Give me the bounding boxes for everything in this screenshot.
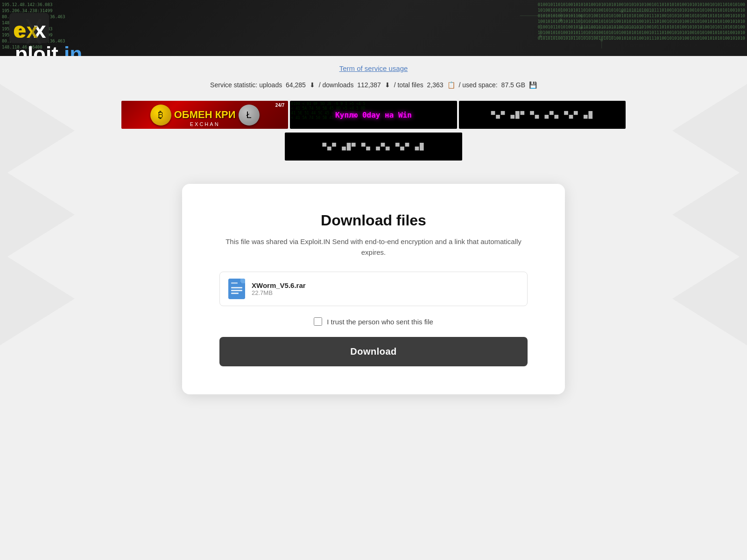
stats-uploads-count: 64,285 [286, 81, 306, 89]
svg-rect-23 [228, 279, 245, 299]
banner-row-1: 24/7 ₿ ОБМЕН КРИ Ł EXCHAN 0100 < 01 0F 5… [121, 101, 626, 129]
banner-crypto-content: ₿ ОБМЕН КРИ Ł [150, 105, 260, 126]
stats-downloads-label: / downloads [319, 81, 354, 89]
file-item: XWorm_V5.6.rar 22.7MB [219, 272, 528, 306]
stats-bar: Service statistic: uploads 64,285 ⬇ / do… [0, 77, 747, 96]
banner-crypto-text: ОБМЕН КРИ [174, 109, 236, 121]
site-logo[interactable]: e x ex╳ploit.in [9, 11, 51, 46]
banner-dark-2-text: ▀▄▀ ▄█▀ ▀▄ ▄▀▄ ▀▄▀ ▄█ [322, 143, 424, 150]
card-title: Download files [219, 212, 528, 229]
banner-24-7: 24/7 [275, 103, 284, 108]
trust-checkbox[interactable] [314, 317, 322, 326]
stats-files-label: / total files [394, 81, 423, 89]
file-name: XWorm_V5.6.rar [252, 281, 519, 289]
svg-marker-20 [672, 84, 747, 177]
logo-text: ex╳ploit.in [15, 19, 82, 56]
litecoin-coin: Ł [239, 105, 260, 126]
stats-space-icon: 💾 [529, 81, 537, 89]
stats-files-icon: 📋 [447, 81, 455, 89]
tos-link[interactable]: Term of service usage [339, 64, 408, 72]
file-size: 22.7MB [252, 289, 519, 296]
banner-row-2: ▀▄▀ ▄█▀ ▀▄ ▄▀▄ ▀▄▀ ▄█ [121, 133, 626, 161]
banner-dark-2[interactable]: ▀▄▀ ▄█▀ ▀▄ ▄▀▄ ▀▄▀ ▄█ [285, 133, 462, 161]
stats-files-count: 2,363 [427, 81, 444, 89]
svg-point-11 [621, 10, 623, 13]
svg-marker-24 [240, 279, 245, 283]
stats-download-icon: ⬇ [385, 81, 390, 89]
tos-bar: Term of service usage [0, 56, 747, 77]
trust-label: I trust the person who sent this file [327, 318, 433, 326]
stats-space-value: 87.5 GB [501, 81, 525, 89]
trust-row: I trust the person who sent this file [219, 317, 528, 326]
svg-rect-28 [231, 282, 238, 284]
stats-uploads-label: Service statistic: uploads [210, 81, 282, 89]
svg-rect-27 [231, 293, 239, 294]
site-header: 195.12.48.142:36.083 195.206.34.238:3149… [0, 0, 747, 56]
banner-dark-1[interactable]: ▀▄▀ ▄█▀ ▀▄ ▄▀▄ ▀▄▀ ▄█ [459, 101, 626, 129]
svg-point-7 [539, 35, 542, 37]
svg-marker-17 [0, 84, 75, 177]
svg-rect-26 [231, 290, 242, 291]
stats-downloads-count: 112,387 [357, 81, 381, 89]
banners-section: 24/7 ₿ ОБМЕН КРИ Ł EXCHAN 0100 < 01 0F 5… [93, 96, 654, 165]
svg-point-3 [580, 14, 582, 17]
file-info: XWorm_V5.6.rar 22.7MB [252, 281, 519, 296]
download-card: Download files This file was shared via … [182, 184, 565, 394]
banner-0day[interactable]: 0100 < 01 0F 5D 2E -6 9 1 >5 <4 5 < 41 5… [290, 101, 457, 129]
svg-point-13 [600, 39, 603, 42]
bitcoin-coin: ₿ [150, 105, 171, 126]
circuit-decoration [500, 0, 663, 56]
download-button[interactable]: Download [219, 337, 528, 366]
file-type-icon [228, 279, 245, 299]
document-icon [228, 279, 245, 299]
stats-upload-icon: ⬇ [310, 81, 315, 89]
stats-space-label: / used space: [458, 81, 497, 89]
banner-crypto-exchange[interactable]: 24/7 ₿ ОБМЕН КРИ Ł EXCHAN [121, 101, 288, 129]
card-container: Download files This file was shared via … [0, 165, 747, 413]
card-subtitle: This file was shared via Exploit.IN Send… [219, 237, 528, 258]
svg-point-4 [580, 27, 582, 29]
svg-rect-25 [231, 287, 242, 288]
banner-dark-1-text: ▀▄▀ ▄█▀ ▀▄ ▄▀▄ ▀▄▀ ▄█ [491, 111, 593, 119]
main-content: Term of service usage Service statistic:… [0, 56, 747, 560]
svg-point-9 [560, 19, 562, 21]
banner-0day-text: Куплю 0day на Win [335, 111, 412, 119]
